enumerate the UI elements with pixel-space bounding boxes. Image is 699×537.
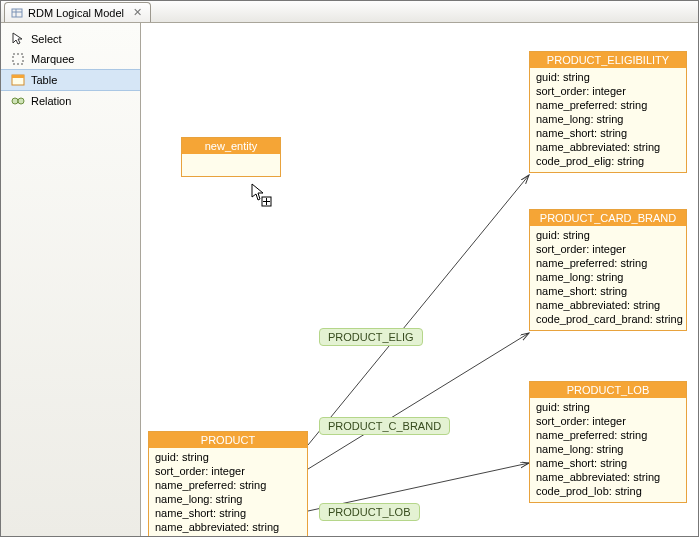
cursor-icon <box>11 32 25 46</box>
entity-attribute: guid: string <box>536 400 680 414</box>
entity-prod_lob[interactable]: PRODUCT_LOBguid: stringsort_order: integ… <box>529 381 687 503</box>
svg-point-7 <box>18 98 24 104</box>
palette-item-label: Select <box>31 33 62 45</box>
entity-attribute: name_abbreviated: string <box>536 298 680 312</box>
marquee-icon <box>11 52 25 66</box>
entity-attribute: name_preferred: string <box>536 256 680 270</box>
editor-tab[interactable]: RDM Logical Model ✕ <box>4 2 151 22</box>
tab-bar: RDM Logical Model ✕ <box>1 1 698 23</box>
entity-title: PRODUCT_LOB <box>530 382 686 398</box>
entity-attribute: name_long: string <box>536 442 680 456</box>
entity-body: guid: stringsort_order: integername_pref… <box>530 226 686 330</box>
close-icon[interactable]: ✕ <box>133 6 142 19</box>
svg-rect-11 <box>262 197 271 206</box>
entity-new_entity[interactable]: new_entity <box>181 137 281 177</box>
entity-attribute: name_short: string <box>536 456 680 470</box>
entity-attribute: name_abbreviated: string <box>536 470 680 484</box>
entity-attribute: sort_order: integer <box>536 414 680 428</box>
table-icon <box>11 73 25 87</box>
palette-item-select[interactable]: Select <box>1 29 140 49</box>
palette-item-marquee[interactable]: Marquee <box>1 49 140 69</box>
entity-title: new_entity <box>182 138 280 154</box>
entity-body: guid: stringsort_order: integername_pref… <box>530 68 686 172</box>
entity-attribute: name_long: string <box>536 270 680 284</box>
svg-rect-5 <box>12 75 24 78</box>
entity-attribute: name_short: string <box>536 284 680 298</box>
tool-palette: SelectMarqueeTableRelation <box>1 23 141 536</box>
palette-item-relation[interactable]: Relation <box>1 91 140 111</box>
palette-item-table[interactable]: Table <box>1 69 140 91</box>
palette-item-label: Relation <box>31 95 71 107</box>
entity-attribute: name_abbreviated: string <box>155 520 301 534</box>
entity-title: PRODUCT <box>149 432 307 448</box>
entity-body <box>182 154 280 176</box>
tab-title: RDM Logical Model <box>28 7 124 19</box>
entity-attribute: guid: string <box>536 228 680 242</box>
entity-attribute: sort_order: integer <box>536 84 680 98</box>
entity-attribute: guid: string <box>536 70 680 84</box>
entity-attribute: guid: string <box>155 450 301 464</box>
svg-line-9 <box>308 333 529 469</box>
relation-label[interactable]: PRODUCT_LOB <box>319 503 420 521</box>
entity-attribute: code_prod_elig: string <box>536 154 680 168</box>
svg-point-6 <box>12 98 18 104</box>
svg-rect-3 <box>13 54 23 64</box>
entity-attribute: name_short: string <box>155 506 301 520</box>
entity-attribute: name_preferred: string <box>536 98 680 112</box>
entity-attribute: name_abbreviated: string <box>536 140 680 154</box>
entity-body: guid: stringsort_order: integername_pref… <box>530 398 686 502</box>
entity-prod_cbrand[interactable]: PRODUCT_CARD_BRANDguid: stringsort_order… <box>529 209 687 331</box>
entity-attribute: name_long: string <box>155 492 301 506</box>
entity-body: guid: stringsort_order: integername_pref… <box>149 448 307 536</box>
entity-attribute: name_preferred: string <box>155 478 301 492</box>
entity-product[interactable]: PRODUCTguid: stringsort_order: integerna… <box>148 431 308 536</box>
palette-item-label: Table <box>31 74 57 86</box>
entity-title: PRODUCT_ELIGIBILITY <box>530 52 686 68</box>
svg-line-8 <box>308 175 529 445</box>
relation-label[interactable]: PRODUCT_ELIG <box>319 328 423 346</box>
palette-item-label: Marquee <box>31 53 74 65</box>
entity-title: PRODUCT_CARD_BRAND <box>530 210 686 226</box>
entity-attribute: name_preferred: string <box>536 428 680 442</box>
relation-label[interactable]: PRODUCT_C_BRAND <box>319 417 450 435</box>
entity-prod_elig[interactable]: PRODUCT_ELIGIBILITYguid: stringsort_orde… <box>529 51 687 173</box>
cursor-icon <box>251 183 271 205</box>
svg-rect-0 <box>12 9 22 17</box>
entity-attribute: code_prod_card_brand: string <box>536 312 680 326</box>
model-icon <box>11 7 23 19</box>
relation-icon <box>11 94 25 108</box>
entity-attribute: code_prod_lob: string <box>536 484 680 498</box>
entity-attribute: name_long: string <box>536 112 680 126</box>
entity-attribute: sort_order: integer <box>536 242 680 256</box>
entity-attribute: name_short: string <box>536 126 680 140</box>
entity-attribute: sort_order: integer <box>155 464 301 478</box>
diagram-canvas[interactable]: new_entityPRODUCTguid: stringsort_order:… <box>141 23 698 536</box>
